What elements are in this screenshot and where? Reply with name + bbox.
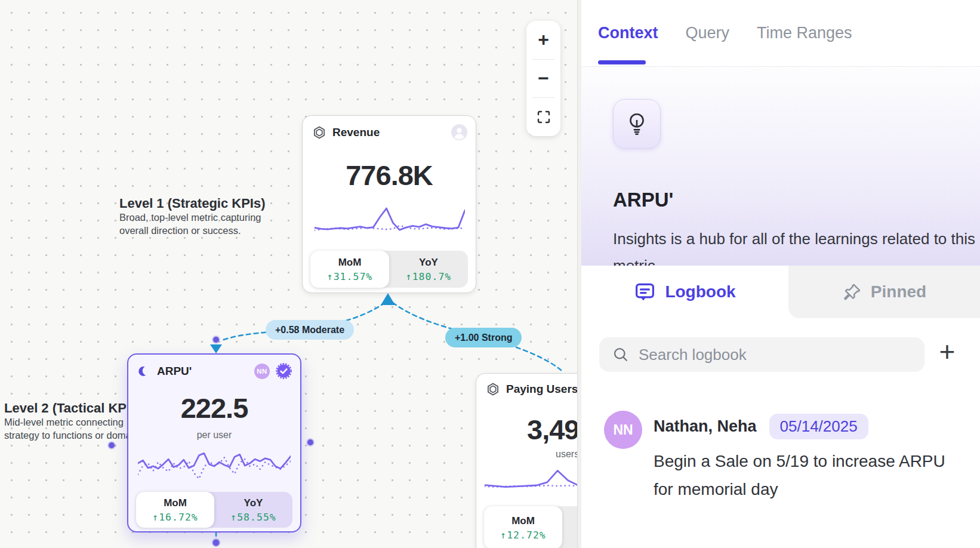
metric-card-arpu[interactable]: ARPU' NN 222.5 per user MoM ↑16.72% YoY … xyxy=(127,353,301,532)
card-footer: MoM ↑12.72% xyxy=(484,506,578,548)
zoom-in-button[interactable]: + xyxy=(526,21,560,59)
level-1-desc-line: Broad, top-level metric capturing xyxy=(119,211,266,224)
arrowhead-into-revenue xyxy=(381,293,395,305)
fit-view-button[interactable] xyxy=(526,98,560,136)
yoy-stat[interactable]: YoY ↑58.55% xyxy=(214,492,292,528)
lightbulb-icon xyxy=(625,112,648,137)
verified-check-icon xyxy=(276,363,292,379)
yoy-value: ↑58.55% xyxy=(230,512,276,523)
owner-initials-badge[interactable]: NN xyxy=(254,364,270,379)
metric-value: 3,49 xyxy=(527,413,578,446)
card-header: ARPU' NN xyxy=(138,363,292,379)
zoom-out-button[interactable]: − xyxy=(526,60,560,98)
logbook-search[interactable] xyxy=(599,337,924,372)
handle-arpu-left[interactable] xyxy=(109,442,115,448)
panel-tabbar: Context Query Time Ranges xyxy=(581,0,980,67)
logbook-pinned-tabs: Logbook Pinned xyxy=(581,266,980,318)
metric-card-revenue[interactable]: Revenue 776.8K MoM ↑31.57% YoY ↑180.7% xyxy=(302,115,476,293)
yoy-stat[interactable] xyxy=(562,506,578,548)
mom-value: ↑16.72% xyxy=(152,512,198,523)
insights-icon-tile xyxy=(613,99,661,149)
add-logbook-entry-button[interactable]: + xyxy=(930,334,964,369)
sparkline-chart xyxy=(315,204,465,235)
search-input[interactable] xyxy=(639,346,895,364)
sparkline-chart xyxy=(138,449,291,482)
card-title: ARPU' xyxy=(157,365,192,378)
yoy-label: YoY xyxy=(419,257,438,269)
mom-label: MoM xyxy=(511,515,535,527)
yoy-value: ↑180.7% xyxy=(406,271,452,282)
entry-body: Nathan, Neha 05/14/2025 Begin a Sale on … xyxy=(654,411,969,503)
tab-pinned-label: Pinned xyxy=(871,282,926,301)
mom-label: MoM xyxy=(164,497,187,509)
edge-label-moderate[interactable]: +0.58 Moderate xyxy=(266,320,354,340)
card-title: Paying Users' xyxy=(506,383,578,396)
level-2-label: Level 2 (Tactical KPIs) Mid-level metric… xyxy=(4,401,146,442)
card-title: Revenue xyxy=(332,126,380,139)
metric-unit: per user xyxy=(128,430,300,441)
yoy-label: YoY xyxy=(244,497,263,509)
context-side-panel: Context Query Time Ranges ARPU' Insights… xyxy=(578,0,980,548)
yoy-stat[interactable]: YoY ↑180.7% xyxy=(389,251,468,288)
level-1-title: Level 1 (Strategic KPIs) xyxy=(119,196,266,211)
level-1-desc-line: overall direction or success. xyxy=(119,224,266,238)
entry-author: Nathan, Neha xyxy=(654,417,757,436)
mom-value: ↑12.72% xyxy=(500,529,546,541)
metric-name-heading: ARPU' xyxy=(613,189,673,211)
tab-logbook[interactable]: Logbook xyxy=(581,266,788,318)
search-icon xyxy=(612,346,629,363)
metric-hero-section: ARPU' Insights is a hub for all of the l… xyxy=(581,67,980,266)
metric-unit: users xyxy=(556,449,578,460)
metric-card-paying-users[interactable]: Paying Users' 3,49 users MoM ↑12.72% xyxy=(476,373,578,548)
tab-context[interactable]: Context xyxy=(598,24,658,42)
card-header: Paying Users' xyxy=(486,382,578,396)
card-footer: MoM ↑16.72% YoY ↑58.55% xyxy=(136,492,292,528)
active-tab-underline xyxy=(598,60,646,64)
tab-logbook-label: Logbook xyxy=(665,282,735,301)
level-2-title: Level 2 (Tactical KPIs) xyxy=(4,401,146,416)
mom-stat[interactable]: MoM ↑12.72% xyxy=(484,506,562,548)
mom-stat[interactable]: MoM ↑16.72% xyxy=(136,492,214,528)
tab-time-ranges[interactable]: Time Ranges xyxy=(757,24,852,42)
sparkline-chart xyxy=(485,466,578,494)
hexagon-metric-icon xyxy=(486,382,500,396)
avatar: NN xyxy=(604,411,642,449)
level-1-label: Level 1 (Strategic KPIs) Broad, top-leve… xyxy=(119,196,266,237)
card-header: Revenue xyxy=(312,124,467,140)
zoom-toolbar: + − xyxy=(526,21,560,136)
edge-label-strong[interactable]: +1.00 Strong xyxy=(445,328,522,347)
level-2-desc-line: strategy to functions or domains. xyxy=(4,429,146,442)
hexagon-metric-icon xyxy=(312,125,326,140)
metric-value: 222.5 xyxy=(128,392,300,424)
entry-head: Nathan, Neha 05/14/2025 xyxy=(654,414,969,439)
tab-query[interactable]: Query xyxy=(686,24,730,42)
mom-stat[interactable]: MoM ↑31.57% xyxy=(310,251,389,288)
level-2-desc-line: Mid-level metric connecting xyxy=(4,416,146,429)
metric-value: 776.8K xyxy=(303,159,476,192)
entry-date-badge[interactable]: 05/14/2025 xyxy=(769,414,868,439)
logbook-entry[interactable]: NN Nathan, Neha 05/14/2025 Begin a Sale … xyxy=(604,411,960,503)
pushpin-icon xyxy=(842,282,862,302)
handle-arpu-right[interactable] xyxy=(307,439,313,445)
mom-label: MoM xyxy=(338,257,362,269)
entry-message: Begin a Sale on 5/19 to increase ARPU fo… xyxy=(654,447,969,503)
handle-arpu-bottom[interactable] xyxy=(213,540,220,546)
metric-tree-canvas[interactable]: Level 1 (Strategic KPIs) Broad, top-leve… xyxy=(0,0,578,548)
tab-pinned[interactable]: Pinned xyxy=(788,266,980,318)
user-avatar-icon[interactable] xyxy=(451,124,467,140)
handle-arpu-top[interactable] xyxy=(213,337,219,343)
logbook-chat-icon xyxy=(634,281,656,303)
crescent-moon-icon xyxy=(138,365,151,378)
card-footer: MoM ↑31.57% YoY ↑180.7% xyxy=(310,251,468,288)
arrowhead-into-arpu xyxy=(210,344,222,353)
fullscreen-icon xyxy=(537,110,550,124)
mom-value: ↑31.57% xyxy=(327,271,373,282)
